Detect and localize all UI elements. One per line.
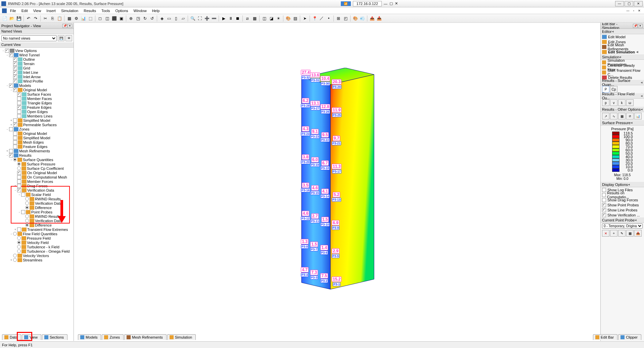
tree-node[interactable]: Wind Profile — [0, 79, 74, 83]
point-probe[interactable]: 1.4P3-6 — [320, 245, 328, 255]
ff-p-button[interactable]: p — [602, 99, 609, 106]
display-option-check[interactable]: Show Drag Forces — [601, 197, 644, 202]
point-probe[interactable]: 20.3P3-29 — [332, 79, 341, 89]
tree-node[interactable]: Difference — [0, 205, 74, 210]
line-icon[interactable]: ／ — [318, 15, 325, 22]
fit-icon[interactable]: ⛶ — [196, 15, 203, 22]
tree-node[interactable]: Verification Data — [0, 218, 74, 223]
point-probe[interactable]: 4.3P3-24 — [301, 126, 310, 136]
arrow-icon[interactable]: ➤ — [302, 15, 308, 22]
mdi-close-icon[interactable]: ✕ — [637, 8, 642, 13]
probe-edit-button[interactable]: ✎ — [618, 230, 626, 237]
transient-flow-link[interactable]: Start Transient Flow C... — [601, 70, 644, 75]
zoomin-icon[interactable]: ➕ — [203, 15, 210, 22]
tree-node[interactable]: Simplified Model — [0, 136, 74, 140]
axis-icon[interactable]: ⊕ — [128, 15, 134, 22]
rot1-icon[interactable]: ↻ — [142, 15, 148, 22]
export-icon[interactable]: 📤 — [369, 15, 375, 22]
point-probe[interactable]: 12.8P3-26 — [320, 104, 330, 114]
tree-node[interactable]: Outline — [0, 57, 74, 61]
import-icon[interactable]: 📥 — [376, 15, 382, 22]
point-probe[interactable]: 1.3P3-8 — [301, 239, 309, 249]
editbar-pin-icon[interactable]: 📌 — [633, 24, 638, 28]
tree-node[interactable]: On Computational Mesh — [0, 175, 74, 179]
menu-help[interactable]: Help — [149, 8, 163, 13]
tree-node[interactable]: +Mesh Refinements — [0, 149, 74, 153]
tree-node[interactable]: -Verification Data — [0, 188, 74, 192]
zones-tab[interactable]: Zones — [102, 334, 124, 340]
oo-vectors-button[interactable]: ↗ — [602, 113, 609, 119]
edit-simulation-link[interactable]: Edit Simulation◂ — [601, 49, 644, 54]
mini-close-icon[interactable]: ✕ — [395, 1, 398, 6]
tree-node[interactable]: Surface Faces — [0, 92, 74, 96]
view3-icon[interactable]: ⬛ — [111, 15, 118, 22]
wind-icon[interactable]: 💨 — [359, 15, 366, 22]
tree-node[interactable]: +Streamlines — [0, 258, 74, 262]
point-probe[interactable]: 1.5P3-10 — [320, 217, 330, 227]
save-view-button[interactable]: 💾 — [58, 35, 64, 41]
copy-icon[interactable]: ⎘ — [49, 15, 56, 22]
tree-node[interactable]: +Transient Flow Extremes — [0, 227, 74, 232]
tree-node[interactable]: RWIND Results — [0, 214, 74, 218]
tree-node[interactable]: Triangle Edges — [0, 101, 74, 105]
point-probe[interactable]: 1.5P3-7 — [310, 242, 318, 251]
sections-tab[interactable]: Sections — [42, 334, 67, 340]
point-probe[interactable]: 7.3P3-3 — [310, 270, 318, 280]
show-view-button[interactable]: 👁 — [65, 35, 72, 41]
simulation-tab[interactable]: Simulation — [167, 334, 196, 340]
color-icon[interactable]: 🎨 — [352, 15, 359, 22]
view1-icon[interactable]: ◻ — [97, 15, 103, 22]
side-icon[interactable]: ▯ — [173, 15, 179, 22]
oo-stream-button[interactable]: ∿ — [610, 113, 617, 119]
tree-node[interactable]: -Original Model — [0, 88, 74, 92]
point-probe[interactable]: 2.9P3-5 — [332, 248, 339, 258]
tree-node[interactable]: Difference — [0, 223, 74, 227]
paste-icon[interactable]: 📋 — [56, 15, 63, 22]
menu-file[interactable]: File — [7, 8, 19, 13]
cube-icon[interactable]: ◳ — [135, 15, 141, 22]
point-probe[interactable]: 13.1P3-27 — [310, 101, 320, 110]
mini-min-icon[interactable]: — — [384, 2, 387, 6]
display-option-check[interactable]: Show Verification ... — [601, 212, 644, 217]
menu-insert[interactable]: Insert — [44, 8, 58, 13]
pause-icon[interactable]: ⏸ — [227, 15, 234, 22]
tree-node[interactable]: -Results — [0, 153, 74, 157]
tree-node[interactable]: Turbulence - k Field — [0, 245, 74, 249]
tree-node[interactable]: Members Lines — [0, 114, 74, 118]
stop-icon[interactable]: ⏹ — [234, 15, 241, 22]
tree-node[interactable]: Original Model — [0, 131, 74, 136]
tree-node[interactable]: -Point Probes — [0, 210, 74, 214]
tree-node[interactable]: Velocity Vectors — [0, 253, 74, 258]
point-probe[interactable]: 27.4P3-32 — [301, 70, 311, 80]
point-probe[interactable]: 13.6P3-31 — [310, 72, 320, 82]
pin-icon[interactable]: 📌 — [62, 24, 67, 28]
display-option-check[interactable]: Show Line Probes — [601, 207, 644, 212]
tree-node[interactable]: -Zones — [0, 127, 74, 131]
tree-node[interactable]: Terrain — [0, 61, 74, 66]
tree-node[interactable]: -Surface Quantities — [0, 157, 74, 162]
probe-add-button[interactable]: ＋ — [610, 230, 617, 237]
tree-node[interactable]: -View Options — [0, 48, 74, 53]
save-icon[interactable]: 💾 — [15, 15, 22, 22]
tree-node[interactable]: Member Forces — [0, 179, 74, 184]
point-probe[interactable]: 11.3P3-17 — [332, 164, 341, 173]
tree-node[interactable]: Turbulence - Omega Field — [0, 249, 74, 253]
point-probe[interactable]: 5.2P3-13 — [332, 192, 341, 202]
point-icon[interactable]: • — [325, 15, 332, 22]
tree-node[interactable]: Velocity Field — [0, 240, 74, 245]
tree-node[interactable]: On Original Model — [0, 170, 74, 175]
mini-max-icon[interactable]: ▢ — [389, 1, 393, 6]
tool-icon[interactable]: ⚙ — [73, 15, 80, 22]
oo-iso-button[interactable]: ▦ — [618, 113, 626, 119]
named-views-select[interactable]: No named views — [1, 35, 57, 41]
point-probe[interactable]: 4.6P3-15 — [310, 185, 320, 195]
tree-node[interactable]: Grid — [0, 66, 74, 70]
panel-close-icon[interactable]: ✕ — [67, 24, 72, 28]
tree-node[interactable]: Feature Edges — [0, 105, 74, 109]
menu-window[interactable]: Window — [131, 8, 149, 13]
view-options-tree[interactable]: -View Options-Wind TunnelOutlineTerrainG… — [0, 48, 74, 341]
tree-node[interactable]: Pressure Field — [0, 236, 74, 240]
tree-node[interactable]: Mesh Edges — [0, 140, 74, 144]
view4-icon[interactable]: ▣ — [118, 15, 125, 22]
sel-icon[interactable]: ◰ — [342, 15, 349, 22]
